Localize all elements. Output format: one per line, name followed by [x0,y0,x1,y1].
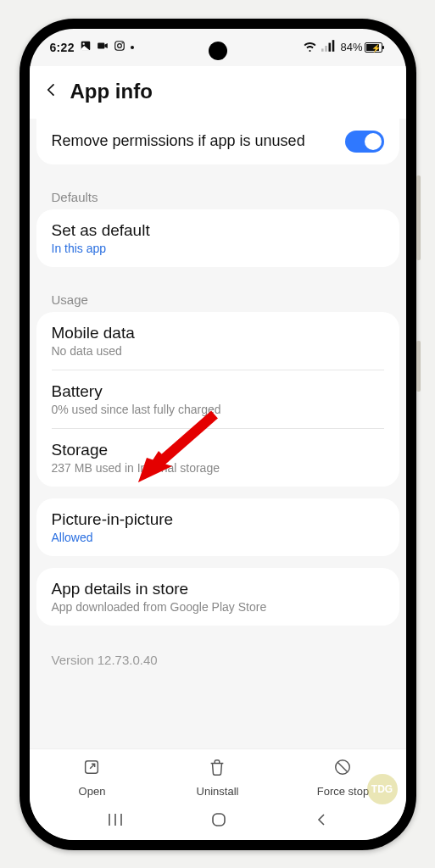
nav-recents-button[interactable] [106,812,125,831]
screen: 6:22 84% [30,29,406,840]
battery-sub: 0% used since last fully charged [52,403,384,416]
app-details-row[interactable]: App details in store App downloaded from… [36,568,399,626]
watermark-badge: TDG [367,774,398,804]
remove-permissions-label: Remove permissions if app is unused [52,132,305,150]
svg-rect-8 [329,43,332,52]
open-button[interactable]: Open [30,758,154,798]
card-permissions: Remove permissions if app is unused [36,119,399,164]
mobile-data-row[interactable]: Mobile data No data used [36,312,399,370]
storage-title: Storage [52,441,384,459]
set-as-default-row[interactable]: Set as default In this app [36,209,399,267]
svg-rect-6 [321,48,324,51]
trash-icon [208,758,226,780]
camera-notch [209,42,227,60]
stop-icon [333,758,352,780]
force-stop-label: Force stop [317,785,369,798]
card-usage: Mobile data No data used Battery 0% used… [36,312,399,487]
system-nav-bar [30,803,406,840]
signal-icon [321,40,336,54]
svg-point-1 [82,43,84,45]
card-defaults: Set as default In this app [36,209,399,267]
back-button[interactable] [43,81,60,102]
instagram-icon [114,40,125,54]
app-details-sub: App downloaded from Google Play Store [52,600,384,614]
set-as-default-title: Set as default [52,221,384,240]
remove-permissions-row[interactable]: Remove permissions if app is unused [36,119,399,164]
side-button [416,175,421,260]
video-icon [97,40,109,54]
battery-row[interactable]: Battery 0% used since last fully charged [36,370,399,428]
storage-row[interactable]: Storage 237 MB used in Internal storage [36,429,399,487]
svg-rect-7 [326,46,328,52]
svg-line-12 [338,762,348,771]
remove-permissions-toggle[interactable] [345,131,384,153]
svg-rect-9 [332,40,335,52]
card-app-details: App details in store App downloaded from… [36,568,399,626]
battery-icon: ⚡ [365,42,382,53]
set-as-default-sub: In this app [52,242,384,255]
nav-home-button[interactable] [209,810,228,832]
more-indicator-dot [131,46,134,49]
app-details-title: App details in store [52,580,384,598]
open-label: Open [79,785,106,798]
wifi-icon [303,40,317,54]
image-icon [80,40,92,54]
open-icon [82,758,101,780]
svg-rect-2 [98,43,104,49]
nav-back-button[interactable] [313,811,330,832]
battery-percent: 84% [340,41,362,53]
mobile-data-title: Mobile data [52,324,384,342]
side-button [416,341,421,392]
status-left: 6:22 [50,40,134,54]
content-scroll[interactable]: Remove permissions if app is unused Defa… [30,119,406,748]
battery-indicator: 84% ⚡ [340,41,382,53]
action-bar: Open Uninstall Force stop [30,748,406,803]
storage-sub: 237 MB used in Internal storage [52,461,384,475]
pip-sub: Allowed [52,531,384,544]
status-right: 84% ⚡ [303,40,382,54]
card-pip: Picture-in-picture Allowed [36,498,399,556]
pip-row[interactable]: Picture-in-picture Allowed [36,498,399,556]
section-header-usage: Usage [30,279,406,312]
svg-point-4 [117,44,121,48]
page-title: App info [70,80,153,103]
version-text: Version 12.73.0.40 [30,637,406,676]
svg-rect-16 [213,814,225,826]
uninstall-button[interactable]: Uninstall [155,758,280,798]
uninstall-label: Uninstall [197,785,239,798]
battery-title: Battery [52,382,384,401]
status-time: 6:22 [50,41,75,54]
pip-title: Picture-in-picture [52,510,384,529]
svg-point-5 [121,42,123,44]
phone-frame: 6:22 84% [20,19,416,850]
section-header-defaults: Defaults [30,176,406,209]
page-header: App info [30,66,406,119]
mobile-data-sub: No data used [52,344,384,358]
